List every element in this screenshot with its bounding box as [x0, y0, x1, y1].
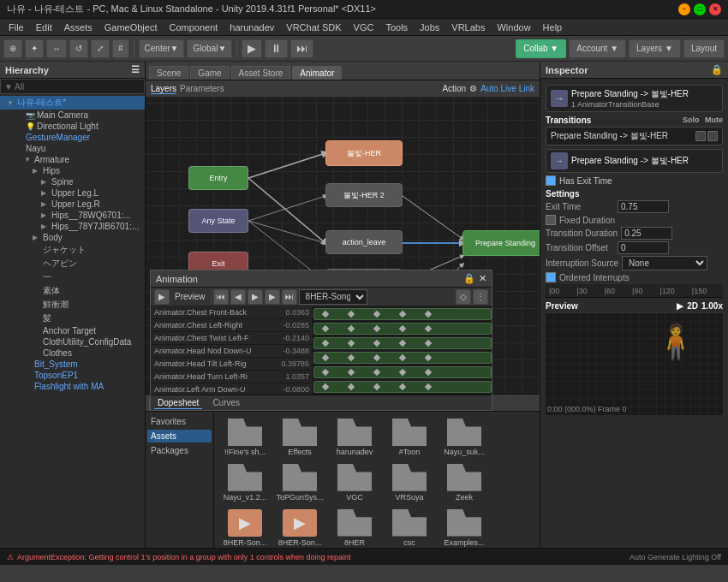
anim-play[interactable]: ▶	[248, 289, 263, 305]
hierarchy-item-3[interactable]: GestureManager	[0, 132, 145, 143]
hierarchy-item-4[interactable]: Nayu	[0, 143, 145, 154]
menu-item-jobs[interactable]: Jobs	[415, 21, 445, 33]
anim-prop-0[interactable]: Animator.Chest Front-Back0.0363	[151, 306, 313, 319]
scene-tab-animator[interactable]: Animator	[292, 66, 342, 80]
menu-item-vrlabs[interactable]: VRLabs	[446, 21, 490, 33]
menu-item-harunadev[interactable]: harunadev	[224, 21, 279, 33]
anim-prop-1[interactable]: Animator.Chest Left-Right-0.0285	[151, 319, 313, 332]
scene-tab-game[interactable]: Game	[190, 66, 229, 80]
close-button[interactable]: ✕	[709, 3, 721, 15]
maximize-button[interactable]: □	[694, 3, 706, 15]
tool-rect[interactable]: ↺	[69, 39, 88, 58]
menu-item-vrchat sdk[interactable]: VRChat SDK	[281, 21, 346, 33]
hierarchy-item-7[interactable]: ▶Spine	[0, 176, 145, 187]
asset-item-11[interactable]: ▶ 8HER-Son...	[274, 508, 325, 548]
asset-item-8[interactable]: VRSuya	[384, 462, 435, 504]
menu-item-edit[interactable]: Edit	[31, 21, 57, 33]
menu-item-file[interactable]: File	[3, 21, 29, 33]
auto-live-link[interactable]: Auto Live Link	[480, 84, 534, 93]
sidebar-favorites[interactable]: Favorites	[147, 415, 212, 428]
account-button[interactable]: Account ▼	[569, 39, 626, 58]
fixed-duration-checkbox[interactable]	[546, 215, 556, 225]
asset-item-9[interactable]: Zeek	[439, 462, 490, 504]
hierarchy-item-21[interactable]: Clothes	[0, 347, 145, 359]
animator-tab-layers[interactable]: Layers	[151, 84, 176, 94]
asset-item-13[interactable]: csc	[384, 508, 435, 548]
hierarchy-item-17[interactable]: 鮮衝潮	[0, 298, 145, 312]
anim-clip-selector[interactable]: 8HER-Song'_*	[299, 289, 367, 305]
asset-item-12[interactable]: 8HER	[329, 508, 380, 548]
hierarchy-item-9[interactable]: ▶Upper Leg.R	[0, 199, 145, 210]
anim-settings[interactable]: ⋮	[473, 289, 488, 305]
menu-item-gameobject[interactable]: GameObject	[99, 21, 163, 33]
collab-button[interactable]: Collab ▼	[516, 39, 566, 58]
hierarchy-item-22[interactable]: Bit_System	[0, 359, 145, 370]
anim-prev-frame[interactable]: ◀	[230, 289, 246, 305]
transition-offset-input[interactable]	[618, 241, 669, 254]
hierarchy-search-input[interactable]	[4, 82, 140, 92]
asset-item-3[interactable]: #Toon	[384, 417, 435, 459]
animator-tab-parameters[interactable]: Parameters	[180, 84, 224, 93]
anim-preview-btn[interactable]: ▶	[154, 289, 170, 305]
asset-item-1[interactable]: Effects	[274, 417, 325, 459]
hierarchy-item-0[interactable]: ▼나유-테스트*	[0, 96, 145, 110]
hierarchy-item-8[interactable]: ▶Upper Leg.L	[0, 187, 145, 199]
inspector-lock-icon[interactable]: 🔒	[711, 64, 723, 75]
asset-item-4[interactable]: Nayu_suk...	[439, 417, 490, 459]
pause-button[interactable]: ⏸	[265, 39, 288, 58]
step-button[interactable]: ⏭	[290, 39, 313, 58]
anim-panel-close[interactable]: ✕	[479, 273, 486, 284]
hierarchy-item-23[interactable]: TopsonEP1	[0, 370, 145, 381]
hierarchy-item-18[interactable]: 髪	[0, 312, 145, 325]
asset-item-5[interactable]: Nayu_v1.2...	[219, 462, 271, 504]
space-button[interactable]: Global ▼	[187, 39, 232, 58]
tool-transform[interactable]: ⤢	[91, 39, 110, 58]
asset-item-7[interactable]: VGC	[329, 462, 380, 504]
minimize-button[interactable]: −	[678, 3, 690, 15]
anim-node-prepare[interactable]: Prepare Standing	[462, 230, 540, 256]
solo-checkbox[interactable]	[695, 131, 706, 141]
tool-move[interactable]: ⊕	[3, 39, 22, 58]
scene-tab-scene[interactable]: Scene	[149, 66, 188, 80]
transition-item-0[interactable]: Prepare Standing -> 볼빛-HER	[546, 127, 723, 146]
asset-item-10[interactable]: ▶ 8HER-Son...	[219, 508, 271, 548]
play-button[interactable]: ▶	[242, 39, 262, 58]
hierarchy-item-14[interactable]: ヘアピン	[0, 257, 145, 270]
hierarchy-item-15[interactable]: 一	[0, 270, 145, 284]
anim-node-any[interactable]: Any State	[188, 209, 248, 233]
mute-checkbox[interactable]	[707, 131, 718, 141]
hierarchy-item-5[interactable]: ▼Armature	[0, 154, 145, 165]
hierarchy-item-1[interactable]: 📷Main Camera	[0, 110, 145, 121]
menu-item-assets[interactable]: Assets	[59, 21, 98, 33]
anim-prop-5[interactable]: Animator.Head Turn Left-Ri1.0357	[151, 371, 313, 383]
anim-node-node3[interactable]: action_leave	[325, 230, 403, 254]
hierarchy-item-20[interactable]: ClothUtility_ConfigData	[0, 336, 145, 347]
ordered-interrupts-checkbox[interactable]	[546, 272, 556, 282]
hierarchy-item-6[interactable]: ▶Hips	[0, 165, 145, 176]
exit-time-input[interactable]	[618, 200, 669, 213]
layers-button[interactable]: Layers ▼	[629, 39, 681, 58]
anim-next-frame[interactable]: ▶	[265, 289, 280, 305]
anim-node-entry[interactable]: Entry	[188, 166, 248, 190]
asset-item-2[interactable]: harunadev	[329, 417, 380, 459]
sidebar-assets[interactable]: Assets	[147, 430, 212, 442]
menu-item-vgc[interactable]: VGC	[349, 21, 379, 33]
anim-curves-tab[interactable]: Curves	[209, 397, 243, 408]
hierarchy-item-13[interactable]: ジャケット	[0, 243, 145, 257]
has-exit-time-checkbox[interactable]	[546, 175, 556, 186]
tool-rotate[interactable]: ✦	[25, 39, 44, 58]
pivot-button[interactable]: Center ▼	[139, 39, 185, 58]
anim-prop-6[interactable]: Animator.Left Arm Down-U-0.0800	[151, 383, 313, 395]
hierarchy-item-24[interactable]: Flashlight with MA	[0, 381, 145, 392]
hierarchy-item-12[interactable]: ▶Body	[0, 232, 145, 243]
anim-node-node1[interactable]: 볼빛-HER	[325, 140, 403, 166]
hierarchy-menu-icon[interactable]: ☰	[131, 64, 140, 75]
asset-item-14[interactable]: Examples...	[439, 508, 490, 548]
anim-add-key[interactable]: ◇	[456, 289, 471, 305]
hierarchy-item-10[interactable]: ▶Hips__78WQ6701:...	[0, 210, 145, 221]
asset-item-0[interactable]: !!Fine's sh...	[219, 417, 271, 459]
anim-prop-2[interactable]: Animator.Chest Twist Left-F-0.2140	[151, 332, 313, 345]
asset-item-6[interactable]: ToPGunSys...	[274, 462, 325, 504]
sidebar-packages[interactable]: Packages	[147, 444, 212, 457]
hierarchy-item-11[interactable]: ▶Hips__78Y7JIB6701:...	[0, 221, 145, 232]
